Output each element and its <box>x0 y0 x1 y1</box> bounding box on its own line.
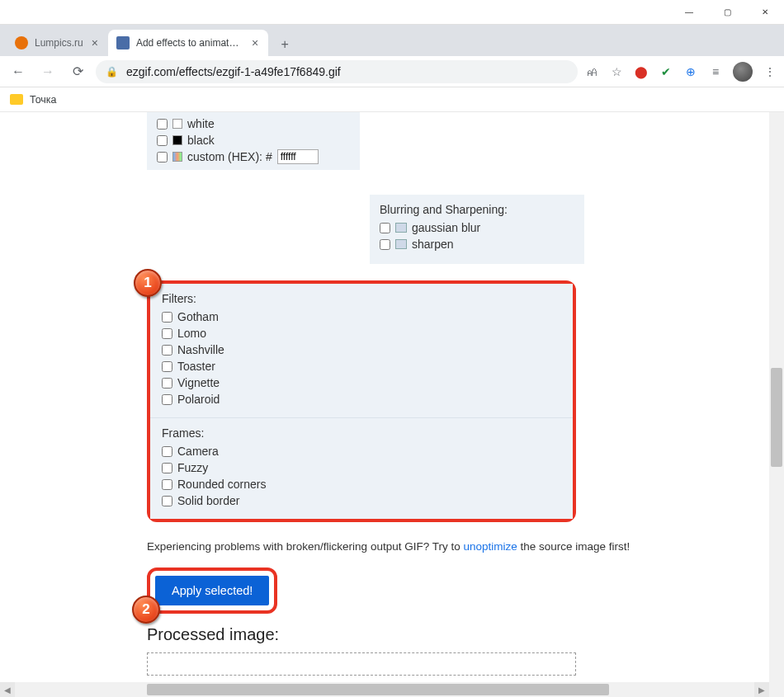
url-text: ezgif.com/effects/ezgif-1-a49fe17f6849.g… <box>126 65 341 78</box>
processed-image-title: Processed image: <box>147 625 753 644</box>
color-white-label: white <box>187 117 215 130</box>
lock-icon: 🔒 <box>106 66 118 78</box>
close-icon[interactable]: × <box>90 36 100 49</box>
page-content: white black custom (HEX): # Blurring and… <box>0 112 769 676</box>
tip-text: Experiencing problems with broken/flicke… <box>147 540 753 553</box>
window-titlebar: ― ▢ ✕ <box>0 0 784 25</box>
scrollbar-thumb[interactable] <box>771 368 782 467</box>
tab-lumpics[interactable]: Lumpics.ru × <box>7 30 108 56</box>
close-icon[interactable]: × <box>250 36 260 49</box>
checkbox-toaster[interactable] <box>162 361 172 372</box>
checkbox-solid-border[interactable] <box>162 496 172 506</box>
translate-icon[interactable]: 🗚 <box>584 64 599 79</box>
frame-label: Rounded corners <box>177 478 266 491</box>
color-options: white black custom (HEX): # <box>147 112 360 170</box>
tab-title: Lumpics.ru <box>35 37 83 49</box>
checkbox-rounded-corners[interactable] <box>162 479 172 490</box>
tab-strip: Lumpics.ru × Add effects to animated gif… <box>0 25 784 56</box>
blur-title: Blurring and Sharpening: <box>380 203 574 216</box>
checkbox-camera[interactable] <box>162 446 172 457</box>
blur-item-label: gaussian blur <box>412 221 480 234</box>
extensions-cluster: 🗚 ☆ ⬤ ✔ ⊕ ≡ ⋮ <box>584 62 777 82</box>
frames-section: Frames: Camera Fuzzy Rounded corners Sol… <box>150 417 573 519</box>
window-minimize-button[interactable]: ― <box>670 0 708 25</box>
color-black-label: black <box>187 134 215 147</box>
star-icon[interactable]: ☆ <box>609 64 624 79</box>
window-close-button[interactable]: ✕ <box>746 0 784 25</box>
checkbox-sharpen[interactable] <box>380 239 390 250</box>
frame-label: Solid border <box>177 494 240 507</box>
annotation-badge-2: 2 <box>132 596 160 624</box>
folder-icon <box>10 94 23 105</box>
filters-section: Filters: Gotham Lomo Nashville Toaster V… <box>150 284 573 417</box>
blur-item-label: sharpen <box>412 238 454 251</box>
back-button[interactable]: ← <box>7 60 30 83</box>
bookmarks-bar: Точка <box>0 87 784 112</box>
page-viewport: white black custom (HEX): # Blurring and… <box>0 112 769 682</box>
scrollbar-corner <box>769 682 784 697</box>
filter-label: Vignette <box>177 376 220 389</box>
checkbox-gaussian-blur[interactable] <box>380 223 390 233</box>
checkbox-lomo[interactable] <box>162 328 172 339</box>
scroll-left-icon[interactable]: ◀ <box>0 682 15 697</box>
hex-input[interactable] <box>277 149 319 164</box>
unoptimize-link[interactable]: unoptimize <box>463 540 517 553</box>
blur-sharpen-section: Blurring and Sharpening: gaussian blur s… <box>370 195 584 264</box>
tip-after: the source image first! <box>517 540 631 553</box>
frames-title: Frames: <box>162 426 561 440</box>
extension-icon[interactable]: ✔ <box>659 64 673 79</box>
checkbox-black[interactable] <box>157 135 168 146</box>
swatch-black-icon <box>172 135 182 145</box>
checkbox-fuzzy[interactable] <box>162 463 172 473</box>
toolbar: ← → ⟳ 🔒 ezgif.com/effects/ezgif-1-a49fe1… <box>0 56 784 87</box>
checkbox-white[interactable] <box>157 119 168 130</box>
checkbox-nashville[interactable] <box>162 345 172 356</box>
effect-thumb-icon <box>395 239 407 249</box>
horizontal-scrollbar[interactable]: ◀ ▶ <box>0 682 769 697</box>
swatch-custom-icon <box>172 152 182 162</box>
avatar[interactable] <box>733 62 753 82</box>
extension-icon[interactable]: ⊕ <box>683 64 698 79</box>
address-bar[interactable]: 🔒 ezgif.com/effects/ezgif-1-a49fe17f6849… <box>96 60 578 83</box>
swatch-white-icon <box>172 119 182 129</box>
menu-icon[interactable]: ⋮ <box>763 64 777 79</box>
frame-label: Camera <box>177 445 219 458</box>
tip-before: Experiencing problems with broken/flicke… <box>147 540 463 553</box>
checkbox-vignette[interactable] <box>162 378 172 389</box>
window-maximize-button[interactable]: ▢ <box>708 0 746 25</box>
effect-thumb-icon <box>395 223 407 233</box>
color-custom-label: custom (HEX): # <box>187 150 272 163</box>
scrollbar-thumb[interactable] <box>147 684 609 695</box>
annotation-badge-1: 1 <box>134 269 162 297</box>
filter-label: Polaroid <box>177 393 220 406</box>
favicon-icon <box>15 36 28 49</box>
extension-icon[interactable]: ⬤ <box>634 64 649 79</box>
reload-button[interactable]: ⟳ <box>66 60 89 83</box>
filter-label: Gotham <box>177 310 219 323</box>
filter-label: Toaster <box>177 360 215 373</box>
filter-label: Lomo <box>177 327 206 340</box>
new-tab-button[interactable]: + <box>273 33 296 56</box>
checkbox-gotham[interactable] <box>162 312 172 323</box>
forward-button[interactable]: → <box>36 60 59 83</box>
tab-ezgif[interactable]: Add effects to animated gifs - gif... × <box>108 30 268 56</box>
processed-image-placeholder <box>147 652 576 676</box>
highlight-filters-frames: 1 Filters: Gotham Lomo Nashville Toaster… <box>147 280 576 522</box>
frame-label: Fuzzy <box>177 461 208 474</box>
vertical-scrollbar[interactable] <box>769 112 784 682</box>
tab-title: Add effects to animated gifs - gif... <box>136 37 243 49</box>
reading-list-icon[interactable]: ≡ <box>708 64 723 79</box>
checkbox-polaroid[interactable] <box>162 394 172 405</box>
apply-selected-button[interactable]: Apply selected! <box>155 576 269 605</box>
scroll-right-icon[interactable]: ▶ <box>754 682 769 697</box>
checkbox-custom[interactable] <box>157 152 168 162</box>
bookmark-item[interactable]: Точка <box>30 94 57 106</box>
favicon-icon <box>116 36 130 49</box>
filter-label: Nashville <box>177 343 224 356</box>
highlight-apply: Apply selected! 2 <box>147 567 277 614</box>
filters-title: Filters: <box>162 292 561 305</box>
